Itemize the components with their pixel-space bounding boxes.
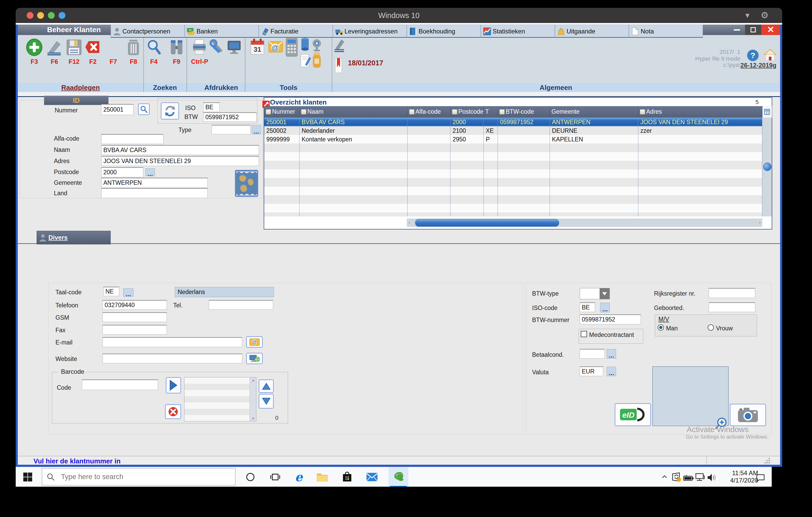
table-horizontal-scrollbar[interactable]: ‹ › bbox=[407, 218, 762, 227]
tray-network-icon[interactable] bbox=[695, 472, 706, 483]
cortana-icon[interactable] bbox=[244, 471, 256, 483]
betaalcond-dots-button[interactable]: ... bbox=[607, 349, 616, 359]
taskbar-search-input[interactable] bbox=[42, 468, 235, 485]
chevron-down-icon[interactable]: ▼ bbox=[744, 11, 751, 20]
barcode-delete-button[interactable] bbox=[165, 404, 181, 419]
refresh-sync-button[interactable] bbox=[161, 102, 179, 119]
horizontal-scroll-thumb[interactable] bbox=[415, 219, 559, 226]
table-row[interactable]: 250002Nederlander2100XEDEURNEzzer bbox=[264, 126, 762, 135]
world-map-button[interactable] bbox=[235, 170, 258, 197]
scroll-left-arrow[interactable]: ‹ bbox=[408, 219, 410, 225]
column-header[interactable]: Naam bbox=[299, 106, 408, 118]
store-icon[interactable] bbox=[341, 471, 353, 483]
mac-minimize-button[interactable] bbox=[37, 12, 44, 19]
postcode-input[interactable] bbox=[101, 167, 143, 177]
column-header[interactable]: Alfa-code bbox=[408, 106, 451, 118]
open-website-button[interactable] bbox=[246, 353, 263, 364]
tray-speaker-icon[interactable] bbox=[706, 472, 718, 483]
btw-nummer-input[interactable] bbox=[580, 314, 641, 324]
email-at-icon[interactable]: @ bbox=[268, 39, 283, 54]
trash-icon[interactable] bbox=[125, 39, 141, 56]
app-minimize-button[interactable] bbox=[729, 25, 745, 35]
work-date[interactable]: 18/01/2017 bbox=[348, 59, 383, 67]
column-header[interactable]: Adres bbox=[638, 106, 762, 118]
database-icon[interactable] bbox=[301, 37, 309, 51]
gsm-input[interactable] bbox=[103, 312, 167, 322]
valuta-input[interactable] bbox=[580, 366, 603, 376]
start-button[interactable] bbox=[22, 471, 33, 483]
column-header[interactable]: BTW-code bbox=[498, 106, 550, 118]
tab-boekhouding[interactable]: Boekhouding bbox=[407, 25, 481, 38]
tab-leveringsadressen[interactable]: Leveringsadressen bbox=[333, 25, 407, 38]
betaalcond-input[interactable] bbox=[580, 349, 605, 359]
help-icon[interactable]: ? bbox=[747, 50, 759, 61]
btw-input[interactable] bbox=[203, 112, 257, 122]
iso-input[interactable] bbox=[203, 102, 220, 112]
mac-extra-button[interactable] bbox=[59, 12, 65, 19]
geboorted-input[interactable] bbox=[709, 302, 755, 312]
barcode-up-button[interactable] bbox=[259, 379, 273, 393]
tray-clock[interactable]: 11:54 AM 4/17/2020 bbox=[719, 469, 758, 484]
tab-divers[interactable]: Divers bbox=[37, 231, 111, 244]
table-row-selected[interactable]: 250001BVBA AV CARS20000599871952ANTWERPE… bbox=[264, 118, 762, 126]
tab-contactpersonen[interactable]: Contactpersonen bbox=[111, 25, 185, 38]
tel-input[interactable] bbox=[209, 300, 273, 310]
taal-code-dots-button[interactable]: ... bbox=[123, 288, 134, 297]
mac-close-button[interactable] bbox=[27, 12, 33, 19]
mac-zoom-button[interactable] bbox=[48, 12, 55, 19]
tray-battery-icon[interactable] bbox=[683, 472, 694, 484]
barcode-list[interactable]: ▲ ▼ bbox=[184, 377, 256, 421]
gemeente-input[interactable] bbox=[101, 178, 208, 188]
vertical-scroll-thumb[interactable] bbox=[763, 162, 772, 171]
man-radio[interactable] bbox=[658, 324, 664, 331]
nummer-input[interactable] bbox=[101, 104, 134, 115]
monitor-icon[interactable] bbox=[226, 39, 242, 56]
telefoon-input[interactable] bbox=[103, 300, 167, 310]
webcam-icon[interactable] bbox=[311, 38, 323, 52]
edge-icon[interactable]: e bbox=[293, 471, 304, 483]
barcode-list-scrollbar[interactable]: ▲ ▼ bbox=[250, 377, 256, 421]
action-center-icon[interactable] bbox=[755, 472, 766, 484]
naam-input[interactable] bbox=[101, 145, 259, 155]
land-input[interactable] bbox=[101, 188, 208, 198]
home-icon[interactable] bbox=[764, 49, 776, 61]
sign-pencil-icon[interactable] bbox=[334, 37, 345, 53]
table-vertical-scrollbar[interactable] bbox=[762, 118, 772, 216]
email-input[interactable] bbox=[103, 337, 242, 347]
task-view-icon[interactable] bbox=[269, 471, 281, 483]
vrouw-radio[interactable] bbox=[707, 324, 714, 331]
app-close-button[interactable]: ✕ bbox=[761, 25, 780, 35]
website-input[interactable] bbox=[103, 354, 242, 363]
binoculars-icon[interactable] bbox=[169, 39, 184, 56]
delete-record-button[interactable] bbox=[85, 40, 101, 54]
tab-facturatie[interactable]: Facturatie bbox=[259, 25, 333, 38]
iso-code-dots-button[interactable]: ... bbox=[600, 303, 610, 312]
type-dots-button[interactable]: ... bbox=[252, 125, 261, 134]
lookup-search-button[interactable] bbox=[138, 103, 150, 115]
printer-icon[interactable] bbox=[192, 39, 207, 56]
edit-pencil-icon[interactable] bbox=[46, 39, 63, 56]
valuta-dots-button[interactable]: ... bbox=[607, 367, 616, 376]
jar-icon[interactable] bbox=[312, 52, 321, 68]
tab-nota[interactable]: Nota bbox=[629, 25, 703, 38]
calendar-icon[interactable]: 31 bbox=[250, 38, 265, 56]
gear-icon[interactable]: ⚙ bbox=[761, 10, 768, 20]
barcode-code-input[interactable] bbox=[82, 379, 158, 390]
postcode-dots-button[interactable]: ... bbox=[145, 168, 155, 176]
tools-wrench-icon[interactable] bbox=[209, 39, 225, 56]
type-input[interactable] bbox=[212, 125, 251, 134]
app-maximize-button[interactable] bbox=[745, 25, 761, 35]
eid-read-button[interactable]: eID bbox=[615, 403, 651, 426]
combo-arrow-icon[interactable] bbox=[600, 288, 610, 299]
mail-icon[interactable] bbox=[366, 471, 378, 483]
fax-input[interactable] bbox=[103, 325, 167, 335]
note-pencil-icon[interactable] bbox=[300, 53, 311, 68]
barcode-down-button[interactable] bbox=[259, 394, 273, 408]
table-row[interactable]: 9999999Kontante verkopen2950PKAPELLEN bbox=[264, 135, 762, 144]
new-record-button[interactable] bbox=[26, 39, 43, 56]
chameleon-app-icon[interactable] bbox=[393, 471, 404, 482]
column-header[interactable]: T bbox=[484, 106, 498, 118]
iso-code-input[interactable] bbox=[580, 302, 595, 312]
calculator-icon[interactable] bbox=[285, 38, 298, 57]
column-header[interactable]: Postcode bbox=[451, 106, 484, 118]
